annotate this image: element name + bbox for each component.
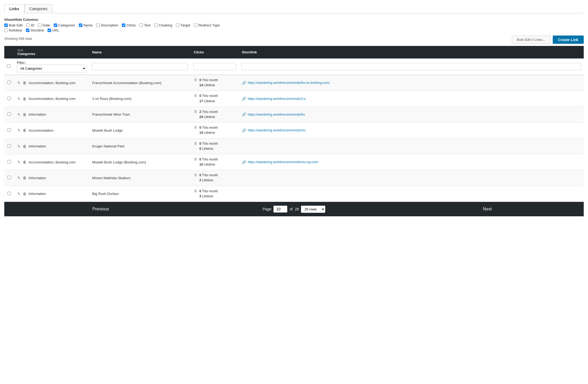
select-all-checkbox[interactable] bbox=[7, 64, 10, 68]
col-nofollow-checkbox[interactable] bbox=[4, 29, 8, 32]
edit-icon[interactable]: ✎ bbox=[17, 176, 21, 180]
col-categories[interactable]: Categories bbox=[54, 23, 75, 27]
row-name-cell: Kruger National Park bbox=[89, 138, 191, 154]
shortlink-anchor[interactable]: https://wandering.world/recommends/mu-ng… bbox=[248, 160, 318, 164]
clicks-lifetime: 24 Lifetime bbox=[199, 115, 218, 120]
clicks-trash-icon[interactable]: 🗑 bbox=[194, 93, 197, 97]
name-filter-input[interactable] bbox=[92, 63, 188, 70]
name-text: Big Rush Durban bbox=[92, 192, 119, 196]
col-description-checkbox[interactable] bbox=[96, 23, 100, 27]
header-name-col[interactable]: Name bbox=[89, 46, 191, 58]
row-actions: ✎ 🗑 Information bbox=[17, 176, 86, 180]
col-id-checkbox[interactable] bbox=[26, 23, 30, 27]
col-text-checkbox[interactable] bbox=[140, 23, 143, 27]
clicks-lifetime: 3 Lifetime bbox=[199, 194, 218, 199]
clicks-data: 0 This month 10 Lifetime bbox=[199, 157, 218, 167]
links-table: Sort: Categories Name Clicks Shortlink bbox=[4, 46, 584, 202]
header-checkbox-col bbox=[4, 46, 14, 58]
tabs-container: Links Categories bbox=[4, 4, 584, 13]
row-checkbox[interactable] bbox=[7, 97, 11, 100]
col-bulk-edit[interactable]: Bulk Edit bbox=[4, 23, 22, 27]
shortlink-anchor[interactable]: https://wandering.world/recommends/mu bbox=[248, 128, 305, 132]
clicks-trash-icon[interactable]: 🗑 bbox=[194, 157, 197, 161]
prev-button[interactable]: Previous bbox=[4, 202, 197, 216]
delete-icon[interactable]: 🗑 bbox=[23, 97, 26, 101]
row-actions: ✎ 🗑 Information bbox=[17, 144, 86, 148]
clicks-trash-icon[interactable]: 🗑 bbox=[194, 189, 197, 193]
col-cloaking-checkbox[interactable] bbox=[154, 23, 158, 27]
row-checkbox[interactable] bbox=[7, 81, 11, 84]
row-shortlink-cell bbox=[239, 170, 584, 186]
col-cloaking[interactable]: Cloaking bbox=[154, 23, 172, 27]
row-checkbox[interactable] bbox=[7, 160, 11, 163]
clicks-trash-icon[interactable]: 🗑 bbox=[194, 78, 197, 82]
col-target-checkbox[interactable] bbox=[176, 23, 179, 27]
clicks-filter-input[interactable] bbox=[193, 63, 236, 70]
clicks-trash-icon[interactable]: 🗑 bbox=[194, 109, 197, 113]
delete-icon[interactable]: 🗑 bbox=[23, 176, 26, 180]
rows-select[interactable]: 10 rows 25 rows 50 rows 100 rows bbox=[301, 206, 325, 213]
row-checkbox[interactable] bbox=[7, 144, 11, 148]
col-bulk-edit-checkbox[interactable] bbox=[4, 23, 8, 27]
delete-icon[interactable]: 🗑 bbox=[23, 112, 26, 117]
edit-icon[interactable]: ✎ bbox=[17, 128, 21, 132]
col-id[interactable]: ID bbox=[26, 23, 34, 27]
col-redirect-type-checkbox[interactable] bbox=[194, 23, 198, 27]
col-clicks[interactable]: Clicks bbox=[122, 23, 136, 27]
edit-icon[interactable]: ✎ bbox=[17, 192, 21, 196]
row-checkbox[interactable] bbox=[7, 112, 11, 116]
categories-filter-select[interactable]: All Categories bbox=[17, 65, 86, 72]
col-date-checkbox[interactable] bbox=[38, 23, 41, 27]
name-text: Muweti Bush Lodge bbox=[92, 128, 123, 132]
header-clicks-col[interactable]: Clicks bbox=[191, 46, 239, 58]
delete-icon[interactable]: 🗑 bbox=[23, 160, 26, 164]
col-target[interactable]: Target bbox=[176, 23, 190, 27]
page-input[interactable] bbox=[273, 206, 287, 213]
clicks-trash-icon[interactable]: 🗑 bbox=[194, 125, 197, 129]
row-checkbox-cell bbox=[4, 170, 14, 186]
delete-icon[interactable]: 🗑 bbox=[23, 144, 26, 148]
shortlink-anchor[interactable]: https://wandering.world/recommends/fra-o… bbox=[248, 81, 330, 85]
header-categories-col[interactable]: Sort: Categories bbox=[14, 46, 89, 58]
clicks-trash-icon[interactable]: 🗑 bbox=[194, 141, 197, 145]
col-name[interactable]: Name bbox=[79, 23, 93, 27]
col-name-checkbox[interactable] bbox=[79, 23, 82, 27]
shortlink-filter-input[interactable] bbox=[241, 63, 581, 70]
row-checkbox[interactable] bbox=[7, 128, 11, 132]
next-button[interactable]: Next bbox=[391, 202, 584, 216]
tab-links[interactable]: Links bbox=[4, 4, 24, 13]
col-description[interactable]: Description bbox=[96, 23, 118, 27]
edit-icon[interactable]: ✎ bbox=[17, 144, 21, 148]
create-link-button[interactable]: Create Link bbox=[553, 36, 584, 44]
header-shortlink-col[interactable]: Shortlink bbox=[239, 46, 584, 58]
edit-icon[interactable]: ✎ bbox=[17, 81, 21, 85]
row-checkbox[interactable] bbox=[7, 176, 11, 179]
col-shortlink[interactable]: Shortlink bbox=[26, 28, 44, 32]
col-url[interactable]: URL bbox=[48, 28, 59, 32]
col-nofollow[interactable]: Nofollow bbox=[4, 28, 22, 32]
of-label: of bbox=[289, 207, 293, 211]
delete-icon[interactable]: 🗑 bbox=[23, 192, 26, 196]
delete-icon[interactable]: 🗑 bbox=[23, 81, 26, 85]
col-redirect-type[interactable]: Redirect Type bbox=[194, 23, 220, 27]
col-clicks-checkbox[interactable] bbox=[122, 23, 125, 27]
col-text[interactable]: Text bbox=[140, 23, 150, 27]
shortlink-anchor[interactable]: https://wandering.world/recommends/3-o bbox=[248, 97, 306, 101]
delete-icon[interactable]: 🗑 bbox=[23, 128, 26, 132]
page-label: Page bbox=[263, 207, 272, 211]
table-row: ✎ 🗑 Information Kruger National Park 🗑 0… bbox=[4, 138, 584, 154]
categories-text: Information bbox=[29, 144, 46, 148]
edit-icon[interactable]: ✎ bbox=[17, 112, 21, 117]
bulk-edit-button[interactable]: Bulk Edit 0 Links... bbox=[512, 36, 551, 44]
row-checkbox[interactable] bbox=[7, 192, 11, 195]
col-categories-checkbox[interactable] bbox=[54, 23, 57, 27]
col-date[interactable]: Date bbox=[38, 23, 50, 27]
edit-icon[interactable]: ✎ bbox=[17, 97, 21, 101]
col-url-checkbox[interactable] bbox=[48, 29, 51, 32]
col-shortlink-checkbox[interactable] bbox=[26, 29, 29, 32]
shortlink-anchor[interactable]: https://wandering.world/recommends/fra bbox=[248, 113, 305, 116]
filter-checkbox-cell bbox=[4, 58, 14, 75]
edit-icon[interactable]: ✎ bbox=[17, 160, 21, 164]
clicks-trash-icon[interactable]: 🗑 bbox=[194, 173, 197, 177]
tab-categories[interactable]: Categories bbox=[24, 4, 53, 13]
